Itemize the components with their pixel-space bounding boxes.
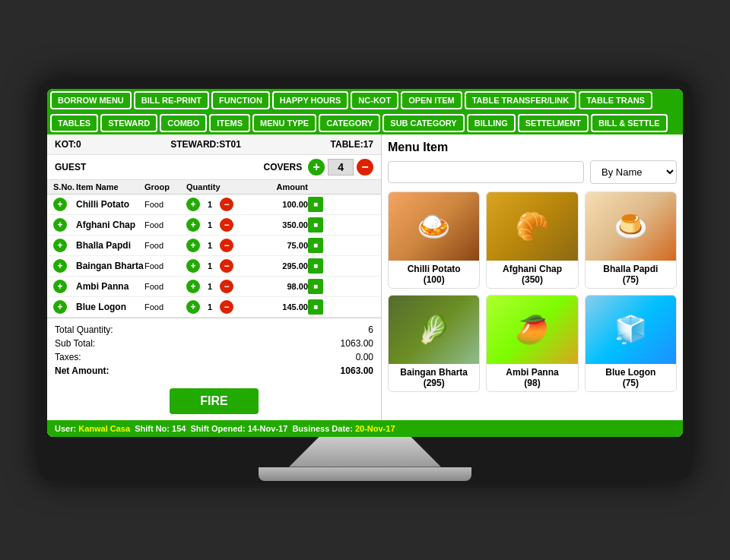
nc-kot-btn[interactable]: NC-KOT <box>351 91 398 109</box>
order-table-header: S.No. Item Name Groop Quantity Amount <box>47 180 381 195</box>
col-amount: Amount <box>247 182 308 191</box>
menu-card[interactable]: 🥬 Baingan Bharta(295) <box>388 295 480 392</box>
menu-card[interactable]: 🍛 Chilli Potato(100) <box>388 191 480 289</box>
item-group: Food <box>144 261 186 271</box>
taxes-value: 0.00 <box>356 352 373 362</box>
billing-btn[interactable]: BILLING <box>467 114 516 132</box>
function-btn[interactable]: FUNCTION <box>211 91 270 109</box>
add-item-btn[interactable]: + <box>53 300 67 314</box>
covers-decrease-btn[interactable]: − <box>357 159 373 176</box>
item-name: Baingan Bharta <box>76 261 144 271</box>
tables-btn[interactable]: TABLES <box>50 114 98 132</box>
table-trans-btn[interactable]: TABLE TRANS <box>579 91 652 109</box>
menu-type-btn[interactable]: MENU TYPE <box>252 114 316 132</box>
item-amount: 100.00 <box>247 200 308 209</box>
menu-search-input[interactable] <box>388 161 584 183</box>
col-action <box>308 182 331 191</box>
fire-button[interactable]: FIRE <box>170 388 258 414</box>
item-name: Ambi Panna <box>76 281 144 292</box>
order-row: + Afghani Chap Food + 1 − 350.00 ■ <box>47 215 381 236</box>
qty-increase-btn[interactable]: + <box>186 280 200 293</box>
col-quantity: Quantity <box>186 182 247 191</box>
category-btn[interactable]: CATEGORY <box>319 114 380 132</box>
bill-settle-btn[interactable]: BILL & SETTLE <box>591 114 667 132</box>
total-qty-value: 6 <box>368 324 373 335</box>
open-item-btn[interactable]: OPEN ITEM <box>401 91 462 109</box>
menu-item-image: 🧊 <box>586 296 676 364</box>
nav-bar-1: BORROW MENU BILL RE-PRINT FUNCTION HAPPY… <box>47 89 683 112</box>
delete-item-btn[interactable]: ■ <box>308 299 323 315</box>
delete-item-btn[interactable]: ■ <box>308 217 323 233</box>
borrow-menu-btn[interactable]: BORROW MENU <box>50 91 132 109</box>
add-item-btn[interactable]: + <box>53 239 67 252</box>
delete-item-btn[interactable]: ■ <box>308 258 323 274</box>
sub-category-btn[interactable]: SUB CATEGORY <box>382 114 464 132</box>
qty-decrease-btn[interactable]: − <box>220 239 233 252</box>
qty-decrease-btn[interactable]: − <box>220 300 233 314</box>
item-group: Food <box>144 200 186 209</box>
filter-select[interactable]: By Name By Category <box>590 160 677 184</box>
menu-card[interactable]: 🥐 Afghani Chap(350) <box>486 191 578 289</box>
col-sno: S.No. <box>53 182 76 191</box>
net-amount-row: Net Amount: 1063.00 <box>55 364 373 378</box>
covers-increase-btn[interactable]: + <box>308 159 325 176</box>
qty-decrease-btn[interactable]: − <box>220 259 233 273</box>
menu-item-label: Afghani Chap(350) <box>487 261 577 288</box>
totals-section: Total Quantity: 6 Sub Total: 1063.00 Tax… <box>47 318 381 382</box>
add-item-btn[interactable]: + <box>53 198 67 211</box>
qty-controls: + 1 − <box>186 239 247 252</box>
qty-decrease-btn[interactable]: − <box>220 198 233 211</box>
col-group: Groop <box>144 182 186 191</box>
table-transfer-btn[interactable]: TABLE TRANSFER/LINK <box>465 91 577 109</box>
qty-increase-btn[interactable]: + <box>186 218 200 232</box>
combo-btn[interactable]: COMBO <box>160 114 207 132</box>
menu-card[interactable]: 🧊 Blue Logon(75) <box>585 295 677 392</box>
qty-decrease-btn[interactable]: − <box>220 218 233 232</box>
qty-value: 1 <box>202 261 218 271</box>
net-amount-label: Net Amount: <box>55 365 110 376</box>
qty-increase-btn[interactable]: + <box>186 300 200 314</box>
menu-item-title: Menu Item <box>388 141 677 154</box>
covers-controls: + 4 − <box>308 159 373 176</box>
kot-label: KOT:0 <box>55 139 81 150</box>
happy-hours-btn[interactable]: HAPPY HOURS <box>272 91 348 109</box>
status-business-date: 20-Nov-17 <box>355 424 395 433</box>
menu-card[interactable]: 🥭 Ambi Panna(98) <box>486 295 578 392</box>
add-item-btn[interactable]: + <box>53 218 67 232</box>
menu-item-label: Baingan Bharta(295) <box>389 364 479 391</box>
steward-btn[interactable]: STEWARD <box>100 114 157 132</box>
qty-increase-btn[interactable]: + <box>186 239 200 252</box>
settelment-btn[interactable]: SETTELMENT <box>518 114 589 132</box>
item-group: Food <box>144 241 186 250</box>
menu-item-image: 🍮 <box>586 192 676 261</box>
menu-card[interactable]: 🍮 Bhalla Papdi(75) <box>585 191 677 289</box>
net-amount-value: 1063.00 <box>341 365 373 376</box>
col-item-name: Item Name <box>76 182 144 191</box>
status-shift: 154 <box>172 424 186 433</box>
qty-decrease-btn[interactable]: − <box>220 280 233 293</box>
total-quantity-row: Total Quantity: 6 <box>55 323 373 337</box>
items-btn[interactable]: ITEMS <box>209 114 250 132</box>
order-row: + Ambi Panna Food + 1 − 98.00 ■ <box>47 277 381 297</box>
delete-item-btn[interactable]: ■ <box>308 279 323 294</box>
add-item-btn[interactable]: + <box>53 259 67 273</box>
total-qty-label: Total Quantity: <box>55 324 113 335</box>
item-name: Chilli Potato <box>76 199 144 210</box>
qty-increase-btn[interactable]: + <box>186 259 200 273</box>
order-row: + Bhalla Papdi Food + 1 − 75.00 ■ <box>47 236 381 256</box>
kot-header: KOT:0 STEWARD:ST01 TABLE:17 <box>47 134 381 155</box>
delete-item-btn[interactable]: ■ <box>308 197 323 212</box>
qty-controls: + 1 − <box>186 259 247 273</box>
add-item-btn[interactable]: + <box>53 280 67 293</box>
subtotal-value: 1063.00 <box>341 338 373 349</box>
qty-increase-btn[interactable]: + <box>186 198 200 211</box>
delete-item-btn[interactable]: ■ <box>308 238 323 253</box>
item-group: Food <box>144 282 186 291</box>
item-name: Afghani Chap <box>76 220 144 230</box>
bill-reprint-btn[interactable]: BILL RE-PRINT <box>134 91 209 109</box>
qty-controls: + 1 − <box>186 280 247 293</box>
qty-value: 1 <box>202 220 218 229</box>
item-amount: 295.00 <box>247 261 308 271</box>
subtotal-label: Sub Total: <box>55 338 95 349</box>
item-group: Food <box>144 302 186 312</box>
